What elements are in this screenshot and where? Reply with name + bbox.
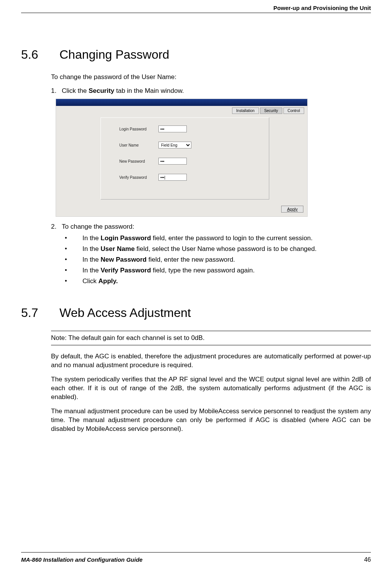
bullet-suffix: field, enter the password to login to th…: [151, 234, 313, 242]
apply-button[interactable]: Apply: [281, 206, 303, 213]
bullet-list: In the Login Password field, enter the p…: [65, 234, 371, 285]
bullet-bold: Login Password: [100, 234, 151, 242]
user-name-label: User Name: [101, 143, 158, 147]
security-panel: Login Password User Name Field Eng New P…: [100, 117, 269, 200]
bullet-5: Click Apply.: [65, 277, 371, 285]
step-2-num: 2.: [51, 223, 62, 231]
tab-control[interactable]: Control: [283, 107, 304, 114]
user-name-row: User Name Field Eng: [101, 142, 269, 148]
bullet-4: In the Verify Password field, type the n…: [65, 267, 371, 274]
step-1-suffix: tab in the Main window.: [114, 87, 184, 94]
footer-document-title: MA-860 Installation and Configuration Gu…: [21, 556, 143, 563]
note-box: Note: The default gain for each channel …: [51, 331, 371, 345]
intro-text: To change the password of the User Name:: [51, 73, 371, 81]
login-password-input[interactable]: [158, 125, 187, 132]
section-title: Web Access Adjustment: [59, 306, 191, 320]
section-title: Changing Password: [59, 48, 169, 61]
bullet-3: In the New Password field, enter the new…: [65, 256, 371, 264]
bullet-1: In the Login Password field, enter the p…: [65, 234, 371, 242]
bullet-suffix: field, select the User Name whose passwo…: [135, 245, 316, 252]
verify-password-row: Verify Password: [101, 174, 269, 181]
bullet-bold: New Password: [100, 256, 147, 263]
bullet-prefix: In the: [82, 256, 100, 263]
para-3: The manual adjustment procedure can be u…: [51, 407, 371, 434]
step-2-text: To change the password:: [62, 223, 134, 230]
tab-security[interactable]: Security: [260, 107, 282, 114]
para-2: The system periodically verifies that th…: [51, 375, 371, 402]
tab-bar: Installation Security Control: [232, 107, 304, 114]
step-1-prefix: Click the: [62, 87, 89, 94]
bullet-bold: Apply.: [99, 277, 118, 285]
section-number: 5.6: [21, 48, 59, 62]
page-footer: MA-860 Installation and Configuration Gu…: [21, 552, 371, 563]
para-1: By default, the AGC is enabled, therefor…: [51, 352, 371, 370]
user-name-select[interactable]: Field Eng: [158, 142, 191, 148]
verify-password-input[interactable]: [158, 174, 187, 181]
footer-page-number: 46: [364, 556, 371, 563]
bullet-prefix: Click: [82, 277, 99, 285]
new-password-input[interactable]: [158, 158, 187, 165]
bullet-2: In the User Name field, select the User …: [65, 245, 371, 253]
bullet-suffix: field, enter the new password.: [147, 256, 235, 263]
section-56-heading: 5.6Changing Password: [21, 48, 371, 62]
bullet-suffix: field, type the new password again.: [151, 267, 255, 274]
new-password-row: New Password: [101, 158, 269, 165]
section-57-heading: 5.7Web Access Adjustment: [21, 306, 371, 320]
bullet-bold: Verify Password: [100, 267, 151, 274]
security-screenshot: Installation Security Control Login Pass…: [56, 99, 308, 217]
bullet-prefix: In the: [82, 267, 100, 274]
step-1-bold: Security: [89, 87, 114, 94]
step-1-num: 1.: [51, 87, 62, 95]
tab-installation[interactable]: Installation: [232, 107, 259, 114]
verify-password-label: Verify Password: [101, 175, 158, 180]
login-password-row: Login Password: [101, 125, 269, 132]
step-1: 1.Click the Security tab in the Main win…: [51, 87, 371, 95]
bullet-prefix: In the: [82, 234, 100, 242]
new-password-label: New Password: [101, 159, 158, 163]
window-titlebar: [56, 99, 307, 106]
bullet-prefix: In the: [82, 245, 100, 252]
page-header: Power-up and Provisioning the Unit: [21, 0, 371, 13]
step-2: 2.To change the password:: [51, 223, 371, 231]
bullet-bold: User Name: [100, 245, 135, 252]
login-password-label: Login Password: [101, 127, 158, 131]
section-number: 5.7: [21, 306, 59, 320]
